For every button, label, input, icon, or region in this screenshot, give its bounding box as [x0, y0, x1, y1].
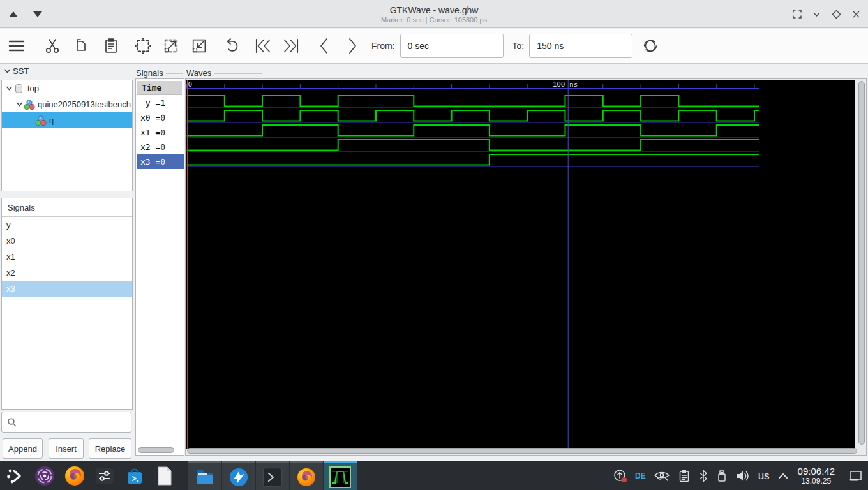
document-icon[interactable] — [154, 465, 176, 487]
tray-expand-icon[interactable] — [777, 471, 789, 480]
keyboard-layout-de-badge[interactable]: DE — [635, 471, 646, 480]
clock[interactable]: 09:06:42 13.09.25 — [798, 466, 835, 486]
wave-names-frame-label: Signals — [136, 68, 184, 78]
zoom-fit-icon[interactable] — [134, 37, 152, 55]
maximize-icon[interactable] — [832, 10, 841, 19]
keyboard-layout-us[interactable]: us — [758, 470, 770, 482]
sst-tree: top quine20250913testbench q — [1, 80, 133, 191]
zoom-out-icon[interactable] — [190, 37, 208, 55]
clock-date: 13.09.25 — [798, 477, 835, 486]
updates-icon[interactable] — [613, 469, 627, 483]
settings-icon[interactable] — [94, 465, 116, 487]
main-content: SST top quine20250913testbench q Signals… — [0, 64, 868, 461]
signals-list: yx0x1x2x3 — [2, 217, 132, 297]
titlebar: GTKWave - wave.ghw Marker: 0 sec | Curso… — [0, 0, 868, 28]
shade-up-icon[interactable] — [9, 11, 18, 17]
tree-item-top[interactable]: top — [2, 80, 132, 96]
chevron-down-icon[interactable] — [4, 84, 13, 93]
tree-item-label: top — [27, 84, 39, 93]
konsole-icon — [262, 467, 283, 487]
toolbar: From: 0 sec To: 150 ns — [0, 29, 868, 64]
show-desktop-icon[interactable] — [849, 470, 863, 482]
wave-name-row-1[interactable]: x0 =0 — [137, 110, 184, 125]
signals-list-item-x0[interactable]: x0 — [2, 233, 132, 249]
names-horizontal-scrollbar[interactable] — [138, 447, 174, 453]
wave-name-row-4[interactable]: x3 =0 — [137, 154, 184, 169]
tor-browser-icon[interactable] — [34, 465, 56, 487]
skip-to-start-icon[interactable] — [254, 37, 272, 55]
tree-item-label: quine20250913testbench — [38, 100, 131, 109]
insert-button[interactable]: Insert — [49, 438, 84, 459]
close-icon[interactable] — [852, 10, 860, 19]
search-icon — [7, 417, 17, 427]
bluetooth-icon[interactable] — [698, 469, 708, 483]
taskbar: DE us 09:06:42 13.09.25 — [0, 461, 868, 490]
task-konsole[interactable] — [256, 461, 289, 490]
from-label: From: — [371, 41, 395, 51]
skip-to-end-icon[interactable] — [282, 37, 300, 55]
wave-name-row-0[interactable]: y =1 — [137, 96, 184, 110]
firefox-icon — [296, 467, 317, 487]
wave-name-row-3[interactable]: x2 =0 — [137, 140, 184, 154]
tree-item-q[interactable]: q — [2, 112, 132, 128]
step-left-icon[interactable] — [315, 37, 333, 55]
signals-list-item-x1[interactable]: x1 — [2, 249, 132, 265]
replace-button[interactable]: Replace — [89, 438, 131, 459]
step-right-icon[interactable] — [343, 37, 361, 55]
waves-horizontal-scrollbar[interactable] — [187, 448, 857, 454]
file-manager-icon — [195, 468, 215, 487]
sst-header-label: SST — [13, 66, 29, 76]
zoom-in-icon[interactable] — [162, 37, 180, 55]
chevron-down-icon[interactable] — [15, 100, 24, 109]
paste-icon[interactable] — [102, 37, 120, 55]
signals-list-item-x2[interactable]: x2 — [2, 265, 132, 281]
task-firefox[interactable] — [290, 461, 323, 490]
from-input[interactable]: 0 sec — [400, 34, 504, 58]
time-header[interactable]: Time — [137, 81, 182, 95]
waves-frame-label: Waves — [186, 68, 263, 78]
to-label: To: — [513, 41, 525, 51]
eye-icon[interactable] — [654, 470, 670, 482]
usb-device-icon[interactable] — [716, 469, 728, 483]
append-button[interactable]: Append — [3, 438, 43, 459]
app-launcher-icon[interactable] — [4, 465, 26, 487]
to-input[interactable]: 150 ns — [529, 34, 632, 58]
waves-vertical-scrollbar[interactable] — [858, 81, 865, 445]
module-icon — [35, 115, 47, 126]
signal-search-input[interactable] — [1, 412, 131, 433]
wave-name-rows: y =1x0 =0x1 =0x2 =0x3 =0 — [137, 96, 184, 169]
timescale-label-0: 0 — [188, 80, 193, 89]
shade-down-icon[interactable] — [33, 11, 42, 17]
task-file-manager[interactable] — [188, 461, 221, 490]
fullscreen-icon[interactable] — [793, 10, 802, 19]
gtkwave-icon — [329, 466, 351, 488]
discover-icon[interactable] — [124, 465, 146, 487]
minimize-icon[interactable] — [812, 10, 821, 19]
wave-name-row-2[interactable]: x1 =0 — [137, 125, 184, 140]
signals-list-item-y[interactable]: y — [2, 217, 132, 233]
falkon-icon — [228, 467, 249, 487]
undo-icon[interactable] — [222, 37, 240, 55]
task-falkon[interactable] — [222, 461, 255, 490]
copy-icon[interactable] — [71, 37, 89, 55]
reload-icon[interactable] — [641, 37, 659, 55]
signals-list-panel: Signals yx0x1x2x3 — [1, 198, 133, 410]
tree-item-testbench[interactable]: quine20250913testbench — [2, 96, 132, 112]
chevron-down-icon — [3, 67, 11, 76]
window-title: GTKWave - wave.ghw — [390, 5, 479, 15]
task-gtkwave[interactable] — [324, 461, 357, 490]
volume-icon[interactable] — [735, 469, 751, 483]
tree-item-label: q — [49, 115, 54, 125]
menu-icon[interactable] — [8, 37, 26, 55]
clock-time: 09:06:42 — [798, 466, 835, 477]
sst-header[interactable]: SST — [3, 66, 29, 76]
window-subtitle: Marker: 0 sec | Cursor: 105800 ps — [381, 16, 487, 24]
module-icon — [24, 100, 35, 110]
firefox-icon[interactable] — [64, 465, 86, 487]
waveform-canvas[interactable]: 0100 ns — [186, 80, 855, 449]
cut-icon[interactable] — [43, 37, 61, 55]
signals-list-item-x3[interactable]: x3 — [2, 281, 132, 297]
cylinder-icon — [13, 84, 25, 94]
waves-panel: 0100 ns — [185, 78, 867, 456]
clipboard-icon[interactable] — [678, 469, 691, 483]
